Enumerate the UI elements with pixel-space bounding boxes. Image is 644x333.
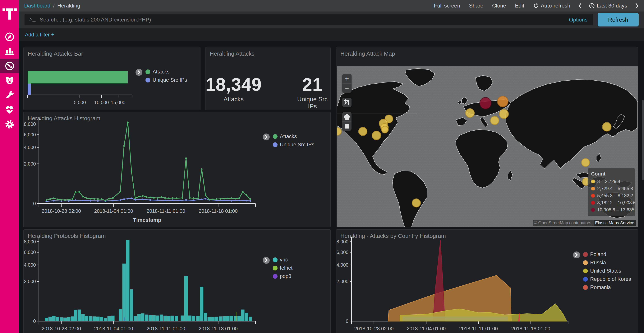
legend-color-dot (273, 274, 278, 279)
attack-location-marker[interactable] (412, 199, 420, 207)
refresh-button[interactable]: Refresh (598, 13, 639, 27)
svg-text:2018-10-28 02:00: 2018-10-28 02:00 (42, 326, 81, 331)
legend-item[interactable]: Poland (583, 251, 631, 257)
legend-color-dot (583, 285, 588, 290)
time-range-back-button[interactable] (578, 3, 582, 9)
protocols-histogram-chart[interactable]: 02,0004,0006,0008,0002018-10-28 02:00201… (24, 230, 330, 333)
auto-refresh-button[interactable]: Auto-refresh (533, 3, 570, 9)
svg-text:4,000: 4,000 (336, 262, 348, 268)
breadcrumb-dashboard[interactable]: Dashboard (24, 3, 50, 9)
legend-item[interactable]: pop3 (273, 273, 292, 279)
svg-text:2018-11-11 01:00: 2018-11-11 01:00 (146, 326, 185, 331)
legend-item[interactable]: telnet (273, 265, 292, 271)
legend-color-dot (273, 142, 278, 147)
map-draw-rectangle-button[interactable] (342, 121, 352, 131)
attacks-histogram-chart[interactable]: 02,0004,0006,0008,0002018-10-28 02:00201… (24, 112, 330, 227)
attack-location-marker[interactable] (466, 109, 474, 117)
svg-text:Timestamp: Timestamp (133, 217, 161, 223)
clone-button[interactable]: Clone (492, 3, 506, 9)
breadcrumb-separator: / (53, 3, 55, 9)
edit-button[interactable]: Edit (515, 3, 524, 9)
legend-color-dot (591, 180, 595, 183)
panel-heralding-attacks-histogram: Heralding Attacks Histogram 02,0004,0006… (24, 112, 330, 227)
time-range-picker[interactable]: Last 30 days (589, 3, 627, 9)
telekom-t-logo[interactable] (0, 0, 19, 25)
attack-location-marker[interactable] (382, 126, 388, 133)
sidebar-item-visualize[interactable] (0, 44, 19, 59)
metric-label: Attacks (206, 96, 262, 103)
legend-item[interactable]: Attacks (273, 134, 314, 139)
world-map[interactable]: + − Cou (337, 66, 638, 227)
legend-item[interactable]: Unique Src IPs (146, 77, 187, 83)
sidebar-item-dashboard[interactable] (0, 59, 19, 73)
attack-location-marker[interactable] (582, 158, 590, 167)
page-scrollbar[interactable] (642, 100, 644, 180)
metric-unique-src-ips: 21 Unique Src IPs (294, 74, 330, 110)
chevron-right-icon (635, 3, 639, 9)
attack-location-marker[interactable] (490, 116, 499, 125)
legend-item[interactable]: Unique Src IPs (273, 142, 314, 148)
sidebar-item-management[interactable] (0, 117, 19, 132)
map-fit-bounds-button[interactable] (342, 98, 352, 107)
attack-location-marker[interactable] (358, 127, 367, 136)
sidebar-item-apm[interactable] (0, 73, 19, 88)
legend-item[interactable]: Republic of Korea (583, 276, 631, 282)
ems-attribution[interactable]: Elastic Maps Service (594, 220, 636, 226)
legend-label: United States (590, 268, 621, 274)
share-button[interactable]: Share (469, 3, 484, 9)
chevron-right-icon (263, 257, 270, 263)
sidebar-item-discover[interactable] (0, 30, 19, 44)
legend-item[interactable]: Russia (583, 260, 631, 266)
attack-location-marker[interactable] (498, 96, 508, 107)
wrench-icon (4, 89, 16, 101)
legend-color-dot (591, 201, 595, 205)
svg-text:8,000: 8,000 (24, 239, 36, 244)
chart-legend: AttacksUnique Src IPs (136, 69, 187, 83)
legend-range-label: 5,455.8 – 8,182.2 (597, 193, 633, 198)
metric-value: 21 (294, 74, 330, 95)
chart-legend: PolandRussiaUnited StatesRepublic of Kor… (573, 251, 631, 290)
legend-range-label: 10,908.6 – 13,635 (597, 207, 634, 213)
svg-text:2018-10-28 02:00: 2018-10-28 02:00 (354, 326, 394, 331)
osm-attribution[interactable]: © OpenStreetMap contributors, (533, 220, 594, 226)
compass-icon (4, 31, 16, 43)
map-zoom-in-button[interactable]: + (342, 74, 352, 84)
attack-location-marker[interactable] (372, 131, 381, 140)
map-count-legend: Count 3 – 2,729.42,729.4 – 5,455.85,455.… (588, 168, 635, 216)
legend-label: vnc (280, 257, 288, 263)
svg-text:5,000: 5,000 (74, 100, 86, 105)
attack-location-marker[interactable] (480, 97, 491, 109)
legend-expand-button[interactable] (263, 257, 270, 264)
legend-label: Attacks (152, 69, 170, 75)
time-range-forward-button[interactable] (635, 3, 639, 9)
legend-expand-button[interactable] (573, 251, 580, 258)
legend-item[interactable]: Romania (583, 284, 631, 290)
map-draw-polygon-button[interactable] (342, 112, 352, 121)
legend-color-dot (591, 208, 595, 212)
svg-text:2018-11-18 01:00: 2018-11-18 01:00 (198, 208, 238, 214)
gear-icon (4, 118, 16, 130)
filter-bar: Add a filter+ (19, 28, 644, 41)
legend-color-dot (591, 187, 595, 190)
search-input[interactable] (39, 17, 565, 23)
legend-label: Republic of Korea (590, 276, 631, 282)
sidebar-item-monitoring[interactable] (0, 102, 19, 117)
legend-item[interactable]: Attacks (146, 69, 187, 75)
attack-location-marker[interactable] (499, 109, 508, 119)
sidebar-item-dev-tools[interactable] (0, 88, 19, 102)
legend-expand-button[interactable] (136, 69, 142, 76)
add-filter-link[interactable]: Add a filter+ (25, 31, 55, 38)
legend-item[interactable]: vnc (273, 257, 292, 263)
query-bar: >_ Options Refresh (19, 12, 644, 28)
legend-item[interactable]: United States (583, 268, 631, 274)
legend-expand-button[interactable] (263, 134, 270, 140)
attack-location-marker[interactable] (602, 122, 611, 131)
legend-color-dot (591, 194, 595, 198)
query-options-link[interactable]: Options (569, 17, 588, 23)
full-screen-button[interactable]: Full screen (434, 3, 460, 9)
map-zoom-out-button[interactable]: − (342, 84, 352, 93)
panel-title: Heralding Attack Map (340, 51, 395, 57)
map-legend-row: 3 – 2,729.4 (591, 179, 632, 184)
panel-title: Heralding Attacks (210, 51, 254, 57)
svg-text:6,000: 6,000 (24, 132, 36, 137)
